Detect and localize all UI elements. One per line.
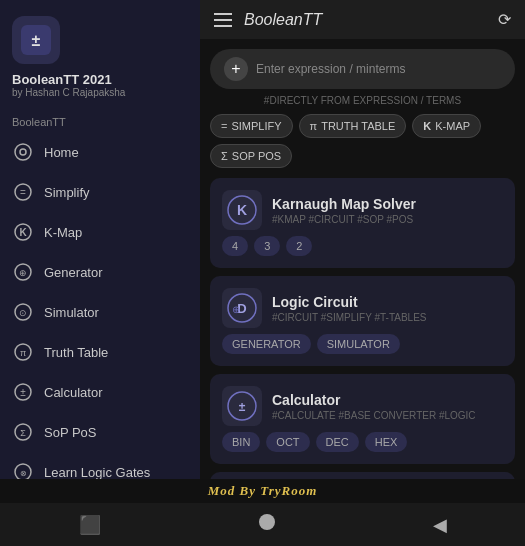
sidebar-item-simulator[interactable]: ⊙ Simulator <box>0 292 200 332</box>
oct-button[interactable]: OCT <box>266 432 309 452</box>
nav-bar: ⬛ ◀ <box>0 503 525 546</box>
calculator-card-header: ± Calculator #CALCULATE #BASE CONVERTER … <box>222 386 503 426</box>
logic-circuit-card-icon: D ⊕ <box>222 288 262 328</box>
sidebar-label-simplify: Simplify <box>44 185 90 200</box>
sop-card: Σ SoP PoS Generator <box>210 472 515 479</box>
calculator-card-title: Calculator <box>272 392 476 408</box>
history-icon-header[interactable]: ⟳ <box>498 10 511 29</box>
sop-pos-button[interactable]: Σ SOP POS <box>210 144 292 168</box>
kmap-card-header: K Karnaugh Map Solver #KMAP #CIRCUIT #SO… <box>222 190 503 230</box>
simulator-button[interactable]: SIMULATOR <box>317 334 400 354</box>
sidebar-label-sop-pos: SoP PoS <box>44 425 97 440</box>
sidebar: ± BooleanTT 2021 by Hashan C Rajapaksha … <box>0 0 200 479</box>
generator-button[interactable]: GENERATOR <box>222 334 311 354</box>
panel-title: BooleanTT <box>244 11 322 29</box>
simplify-btn-label: SIMPLIFY <box>231 120 281 132</box>
kmap-card-icon: K <box>222 190 262 230</box>
truth-table-btn-label: TRUTH TABLE <box>321 120 395 132</box>
truth-table-icon: π <box>12 341 34 363</box>
sidebar-item-learn-logic[interactable]: ⊗ Learn Logic Gates <box>0 452 200 479</box>
svg-text:⊗: ⊗ <box>20 469 27 478</box>
logic-circuit-card-header: D ⊕ Logic Circuit #CIRCUIT #SIMPLIFY #T-… <box>222 288 503 328</box>
sidebar-label-kmap: K-Map <box>44 225 82 240</box>
sidebar-item-truth-table[interactable]: π Truth Table <box>0 332 200 372</box>
calculator-card: ± Calculator #CALCULATE #BASE CONVERTER … <box>210 374 515 464</box>
svg-text:K: K <box>19 227 27 238</box>
simulator-icon: ⊙ <box>12 301 34 323</box>
panel-content: + Enter expression / minterms #DIRECTLY … <box>200 39 525 479</box>
truth-table-btn-icon: π <box>310 120 318 132</box>
sidebar-label-truth-table: Truth Table <box>44 345 108 360</box>
svg-point-3 <box>20 149 26 155</box>
svg-point-33 <box>259 514 275 530</box>
sop-pos-btn-icon: Σ <box>221 150 228 162</box>
sidebar-item-sop-pos[interactable]: Σ SoP PoS <box>0 412 200 452</box>
truth-table-button[interactable]: π TRUTH TABLE <box>299 114 407 138</box>
kmap-card-title: Karnaugh Map Solver <box>272 196 416 212</box>
hamburger-menu-button[interactable] <box>214 13 232 27</box>
search-plus-icon: + <box>224 57 248 81</box>
action-buttons: = SIMPLIFY π TRUTH TABLE K K-MAP Σ SOP P… <box>210 114 515 168</box>
sidebar-label-calculator: Calculator <box>44 385 103 400</box>
main-container: ± BooleanTT 2021 by Hashan C Rajapaksha … <box>0 0 525 479</box>
svg-text:±: ± <box>20 387 26 398</box>
svg-text:±: ± <box>32 32 41 49</box>
panel-header: BooleanTT ⟳ <box>200 0 525 39</box>
sop-pos-icon: Σ <box>12 421 34 443</box>
hamburger-line-3 <box>214 25 232 27</box>
nav-back-button[interactable]: ⬛ <box>69 510 111 540</box>
kmap-btn-icon: K <box>423 120 431 132</box>
calculator-icon: ± <box>12 381 34 403</box>
sidebar-label-generator: Generator <box>44 265 103 280</box>
logic-circuit-card: D ⊕ Logic Circuit #CIRCUIT #SIMPLIFY #T-… <box>210 276 515 366</box>
kmap-btn-label: K-MAP <box>435 120 470 132</box>
calculator-card-buttons: BIN OCT DEC HEX <box>222 432 503 452</box>
sidebar-item-home[interactable]: Home <box>0 132 200 172</box>
kmap-3-button[interactable]: 3 <box>254 236 280 256</box>
svg-text:±: ± <box>239 400 246 414</box>
simplify-button[interactable]: = SIMPLIFY <box>210 114 293 138</box>
nav-recent-button[interactable]: ◀ <box>423 510 457 540</box>
sidebar-label-home: Home <box>44 145 79 160</box>
svg-point-2 <box>15 144 31 160</box>
sidebar-label-simulator: Simulator <box>44 305 99 320</box>
search-bar[interactable]: + Enter expression / minterms <box>210 49 515 89</box>
sidebar-header: ± BooleanTT 2021 by Hashan C Rajapaksha <box>0 0 200 108</box>
sidebar-item-calculator[interactable]: ± Calculator <box>0 372 200 412</box>
generator-icon: ⊕ <box>12 261 34 283</box>
logic-circuit-card-text: Logic Circuit #CIRCUIT #SIMPLIFY #T-TABL… <box>272 294 427 323</box>
sidebar-item-generator[interactable]: ⊕ Generator <box>0 252 200 292</box>
app-logo: ± <box>12 16 60 64</box>
logic-circuit-card-title: Logic Circuit <box>272 294 427 310</box>
svg-text:Σ: Σ <box>20 428 26 438</box>
sidebar-item-simplify[interactable]: = Simplify <box>0 172 200 212</box>
dec-button[interactable]: DEC <box>316 432 359 452</box>
app-title: BooleanTT 2021 <box>12 72 112 87</box>
kmap-2-button[interactable]: 2 <box>286 236 312 256</box>
logic-circuit-card-buttons: GENERATOR SIMULATOR <box>222 334 503 354</box>
svg-text:⊙: ⊙ <box>19 308 27 318</box>
sop-pos-btn-label: SOP POS <box>232 150 281 162</box>
simplify-icon: = <box>12 181 34 203</box>
kmap-button[interactable]: K K-MAP <box>412 114 481 138</box>
hamburger-line-2 <box>214 19 232 21</box>
kmap-card: K Karnaugh Map Solver #KMAP #CIRCUIT #SO… <box>210 178 515 268</box>
nav-home-button[interactable] <box>248 509 286 540</box>
kmap-4-button[interactable]: 4 <box>222 236 248 256</box>
calculator-card-text: Calculator #CALCULATE #BASE CONVERTER #L… <box>272 392 476 421</box>
sidebar-section-label: BooleanTT <box>0 108 200 132</box>
kmap-card-buttons: 4 3 2 <box>222 236 503 256</box>
hex-button[interactable]: HEX <box>365 432 408 452</box>
sidebar-item-kmap[interactable]: K K-Map <box>0 212 200 252</box>
bin-button[interactable]: BIN <box>222 432 260 452</box>
svg-text:⊕: ⊕ <box>19 268 27 278</box>
logic-circuit-card-tags: #CIRCUIT #SIMPLIFY #T-TABLES <box>272 312 427 323</box>
calculator-card-tags: #CALCULATE #BASE CONVERTER #LOGIC <box>272 410 476 421</box>
hamburger-line-1 <box>214 13 232 15</box>
search-tags: #DIRECTLY FROM EXPRESSION / TERMS <box>210 95 515 106</box>
watermark-bar: Mod By TryRoom <box>0 479 525 503</box>
header-left: BooleanTT <box>214 11 322 29</box>
calculator-card-icon: ± <box>222 386 262 426</box>
svg-text:π: π <box>20 348 26 358</box>
learn-logic-icon: ⊗ <box>12 461 34 479</box>
